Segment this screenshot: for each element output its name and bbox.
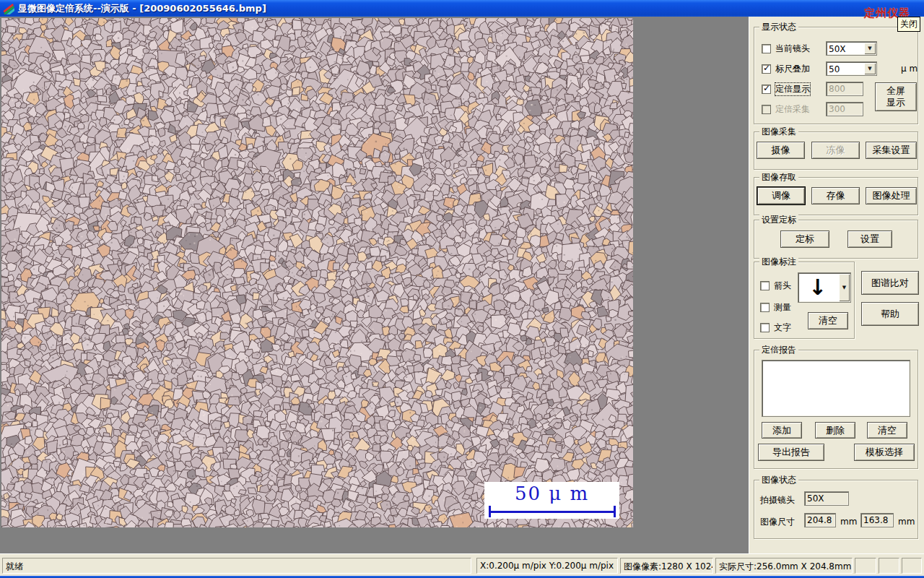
status-bar: 就绪 X:0.200μ m/pix Y:0.200μ m/pix 图像像素:12… [0,553,924,576]
scalebar-text: 50 μ m [484,483,619,504]
help-button[interactable]: 帮助 [861,302,919,326]
template-select-button[interactable]: 模板选择 [854,444,915,461]
height-unit-label: mm [898,517,915,527]
save-image-button[interactable]: 存像 [811,187,860,204]
measure-checkbox[interactable] [760,303,770,312]
image-viewport[interactable]: 50 μ m [1,18,633,527]
calibrate-button[interactable]: 定标 [780,230,829,248]
status-ready: 就绪 [2,558,471,574]
group-report: 定倍报告 添加 删除 清空 导出报告 模板选择 [754,350,918,469]
group-display-status: 显示状态 当前镜头 50X ▼ 标尺叠加 50 ▼ μ m 定倍显示 800 定… [754,27,918,124]
lens-value-field: 50X [804,491,849,506]
fixed-capture-input: 300 [826,102,863,116]
image-process-button[interactable]: 图像处理 [866,187,917,204]
scalebar-line [489,511,616,513]
status-actual-size: 实际尺寸:256.0mm X 204.8mm [715,558,853,574]
group-capture: 图像采集 摄像 冻像 采集设置 [754,131,918,170]
fixed-capture-label: 定倍采集 [775,103,810,116]
window-title: 显微图像定倍系统--演示版 - [20090602055646.bmp] [18,2,266,15]
scale-unit-label: μ m [901,64,918,74]
arrow-style-combo[interactable]: ↓ ▼ [798,272,851,303]
arrow-checkbox[interactable] [760,281,770,290]
text-checkbox[interactable] [760,323,770,332]
fullscreen-button[interactable]: 全屏 显示 [875,82,917,111]
title-bar: 显微图像定倍系统--演示版 - [20090602055646.bmp] [0,0,924,17]
shoot-button[interactable]: 摄像 [757,142,805,159]
chevron-down-icon[interactable]: ▼ [864,43,876,54]
fixed-capture-checkbox [762,105,771,114]
capture-settings-button[interactable]: 采集设置 [866,142,917,159]
fixed-display-input: 800 [826,82,863,96]
text-label: 文字 [774,322,791,334]
group-image-status: 图像状态 拍摄镜头 50X 图像尺寸 204.8 mm 163.8 mm [754,480,918,539]
scale-overlay-label: 标尺叠加 [775,63,810,75]
atlas-compare-button[interactable]: 图谱比对 [861,271,919,295]
group-calibration: 设置定标 定标 设置 [754,220,918,259]
freeze-button: 冻像 [811,142,860,159]
width-unit-label: mm [840,517,857,527]
current-lens-checkbox[interactable] [762,44,771,53]
calibration-setup-button[interactable]: 设置 [847,230,892,248]
measure-label: 测量 [774,301,791,314]
image-size-label: 图像尺寸 [760,516,795,528]
scalebar-overlay: 50 μ m [484,482,619,519]
report-clear-button[interactable]: 清空 [867,422,907,439]
export-report-button[interactable]: 导出报告 [758,444,824,461]
report-delete-button[interactable]: 删除 [815,422,855,439]
current-lens-label: 当前镜头 [775,43,810,55]
micrograph-image[interactable] [1,18,633,527]
status-spare-3 [902,558,922,574]
arrow-label: 箭头 [774,280,791,292]
image-width-field: 204.8 [804,513,836,527]
group-display-status-label: 显示状态 [759,22,798,32]
app-icon [3,3,14,14]
chevron-down-icon[interactable]: ▼ [839,274,850,301]
status-pixel-scale: X:0.200μ m/pix Y:0.200μ m/pix [476,558,618,574]
image-height-field: 163.8 [860,513,894,527]
fixed-display-checkbox[interactable] [762,85,771,94]
chevron-down-icon[interactable]: ▼ [864,63,876,74]
lens-label: 拍摄镜头 [760,494,795,506]
load-image-button[interactable]: 调像 [757,187,805,204]
annotation-clear-button[interactable]: 清空 [808,312,848,329]
current-lens-combo[interactable]: 50X ▼ [826,41,877,56]
group-storage: 图像存取 调像 存像 图像处理 [754,177,918,215]
scale-overlay-checkbox[interactable] [762,64,771,74]
control-panel: 显示状态 当前镜头 50X ▼ 标尺叠加 50 ▼ μ m 定倍显示 800 定… [749,17,924,553]
group-annotation: 图像标注 箭头 测量 文字 ↓ ▼ 清空 [754,262,855,339]
fixed-display-label: 定倍显示 [775,83,810,95]
status-spare-2 [879,558,899,574]
report-add-button[interactable]: 添加 [762,422,802,439]
status-image-pixels: 图像像素:1280 X 1024 [620,558,713,574]
arrow-down-icon: ↓ [808,274,827,301]
scale-value-combo[interactable]: 50 ▼ [826,61,877,76]
report-list[interactable] [762,360,910,417]
close-tooltip: 关闭 [897,17,920,32]
client-area: 50 μ m [0,17,749,553]
status-spare-1 [855,558,876,574]
